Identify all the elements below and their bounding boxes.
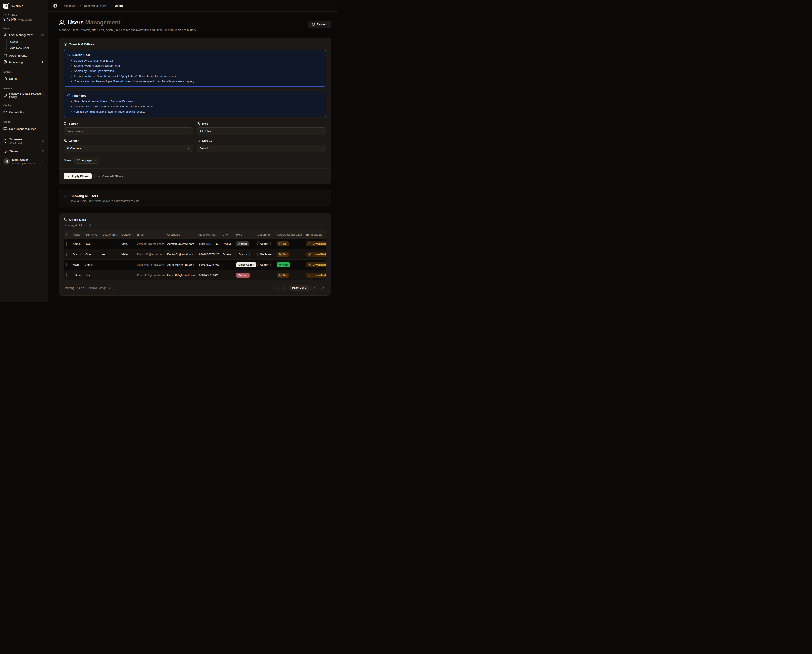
close-icon (98, 175, 100, 178)
sidebar-item-contact-us[interactable]: Contact Us (3, 109, 44, 115)
clear-filters-button[interactable]: Clear All Filters (94, 173, 126, 179)
select-all-checkbox[interactable] (66, 233, 67, 236)
sidebar-item-privacy-data-protection-policy[interactable]: Privacy & Data Protection Policy (3, 92, 44, 99)
shield-off-icon (279, 274, 282, 277)
cell-email-status: Unverified (306, 241, 326, 246)
funnel-icon (67, 175, 70, 178)
cell-verified: No (277, 252, 306, 257)
cell-username: Patient01@email.com (167, 274, 198, 277)
results-summary: Showing 1 to 4 of 4 results (64, 286, 97, 289)
file-chart-icon (3, 60, 7, 64)
sidebar-item-label: Privacy & Data Protection Policy (9, 92, 44, 99)
table-header-row: NameSurnameDate of BirthGenderEmailUsern… (64, 230, 326, 238)
refresh-icon (312, 23, 315, 26)
profile-name: Main Admin (12, 158, 35, 162)
cell-department: Admin (257, 262, 277, 267)
email-status-badge: Unverified (306, 241, 326, 246)
refresh-button[interactable]: Refresh (308, 21, 331, 28)
chevrons-up-down-icon (41, 150, 44, 153)
circle-x-icon (308, 243, 311, 245)
sidebar-subitem-label: Users (10, 40, 18, 44)
chevron-right-icon (41, 54, 44, 57)
sidebar-item-appointments[interactable]: Appointments (3, 52, 44, 59)
theme-selector[interactable]: Theme (3, 149, 44, 153)
shield-off-icon (279, 243, 282, 245)
email-status-badge: Unverified (306, 262, 326, 267)
apply-filters-button[interactable]: Apply Filters (64, 173, 92, 179)
info-icon (67, 94, 70, 97)
sort-select[interactable]: Default (197, 145, 326, 152)
app-root: X X-Clinic DHAKA 8:46 PM Wed, Dec 24 Mai… (0, 0, 338, 302)
sidebar-subitem-users[interactable]: Users (10, 39, 44, 45)
cell-city: — (223, 263, 236, 266)
chevrons-left-icon (274, 286, 277, 289)
table-record-count: Showing 4 of 4 records (64, 223, 326, 227)
cell-verified: No (277, 241, 306, 246)
users-icon (64, 139, 67, 142)
chevrons-right-icon (322, 286, 325, 289)
cell-gender: — (121, 274, 137, 277)
profile-menu[interactable]: M Main Admin Admin01@email.com (3, 158, 44, 165)
gender-field-group: Gender All Genders (64, 139, 193, 152)
calendar-clock-icon (3, 54, 7, 57)
prev-page-button[interactable] (280, 284, 287, 291)
filter-tips-list: Use role and gender filters to find spec… (67, 100, 323, 113)
cell-phone: +8801438765423 (198, 253, 223, 256)
sidebar-section-label: Guide (3, 121, 44, 123)
search-field-group: Search (64, 122, 193, 135)
cell-gender: Male (121, 253, 137, 256)
cell-email-status: Unverified (306, 273, 326, 278)
search-tips-box: Search Tips: Search by User Name or Emai… (64, 50, 326, 87)
tip-item: If you want to use Search only, click "A… (74, 75, 323, 78)
cell-name: Doctor (73, 253, 86, 256)
per-page-select[interactable]: 20 per page (74, 157, 99, 164)
row-checkbox[interactable] (66, 263, 67, 266)
sidebar-toggle-icon[interactable] (53, 4, 57, 8)
search-input[interactable] (66, 130, 190, 133)
sidebar-item-monitoring[interactable]: Monitoring (3, 59, 44, 65)
search-filters-card: Search & Filters Search Tips: Search by … (59, 38, 331, 184)
cell-name: Main (73, 263, 86, 266)
cell-surname: Two (86, 242, 103, 246)
chevron-down-icon (320, 130, 323, 133)
department-badge: Admin (257, 241, 271, 246)
cell-dob: — (103, 263, 121, 266)
clock-widget: DHAKA 8:46 PM Wed, Dec 24 (3, 14, 44, 21)
sidebar-item-role-responsibilities[interactable]: Role Responsibilities (3, 125, 44, 132)
search-icon (64, 122, 67, 125)
breadcrumb-user-management[interactable]: User Management (84, 4, 107, 8)
first-page-button[interactable] (272, 284, 279, 291)
sidebar-item-label: Contact Us (9, 110, 24, 114)
sidebar-section-label: Contact (3, 104, 44, 106)
cell-role: Admin (236, 241, 257, 246)
table-body: AdminTwo—MaleAdmin02@email.comAdmin02@em… (64, 238, 326, 280)
sidebar-item-label: Appointments (9, 54, 27, 57)
cell-email: Patient01@email.com (137, 274, 167, 277)
sidebar-subitem-add-new-user[interactable]: Add New User (10, 45, 44, 51)
cell-role: Chief Admin (236, 262, 257, 267)
chevron-right-icon (313, 286, 316, 289)
breadcrumb-dashboard[interactable]: Dashboard (63, 4, 77, 8)
sidebar-item-user-management[interactable]: User Management (3, 32, 44, 38)
row-checkbox[interactable] (66, 274, 67, 277)
column-header-verified-registration: Verified Registration (277, 233, 306, 236)
search-icon (67, 53, 70, 57)
row-checkbox[interactable] (66, 253, 67, 256)
gender-select[interactable]: All Genders (64, 145, 193, 152)
row-checkbox[interactable] (66, 242, 67, 246)
sidebar-item-notes[interactable]: Notes (3, 75, 44, 82)
column-header-gender: Gender (121, 233, 137, 236)
next-page-button[interactable] (311, 284, 318, 291)
timezone-value: Dhaka (BST) (9, 142, 23, 144)
cell-city: — (223, 274, 236, 277)
cell-dob: — (103, 253, 121, 256)
cell-phone: +8801462246468 (198, 263, 223, 266)
last-page-button[interactable] (320, 284, 326, 291)
show-label: Show: (64, 159, 72, 162)
user-icon (3, 33, 7, 37)
role-select[interactable]: All Roles (197, 127, 326, 135)
email-status-badge: Unverified (306, 273, 326, 278)
cell-email: Admin02@email.com (137, 242, 167, 246)
timezone-selector[interactable]: Timezone Dhaka (BST) (3, 138, 44, 144)
globe-icon (3, 139, 7, 143)
